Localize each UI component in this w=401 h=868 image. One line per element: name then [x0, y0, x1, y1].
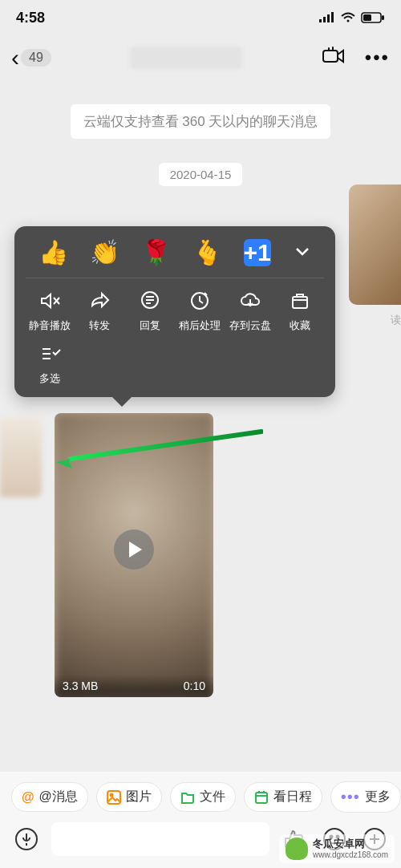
watermark-icon [286, 838, 308, 860]
svg-point-4 [347, 20, 350, 22]
signal-icon [319, 12, 335, 23]
svg-point-13 [110, 793, 112, 796]
svg-rect-14 [256, 793, 267, 803]
svg-rect-11 [293, 297, 307, 308]
ctx-forward[interactable]: 转发 [75, 290, 124, 333]
chip-mention[interactable]: @@消息 [11, 782, 88, 812]
chip-image[interactable]: 图片 [96, 782, 162, 812]
reaction-expand[interactable] [293, 241, 312, 265]
svg-rect-12 [107, 791, 120, 804]
voice-input-button[interactable] [11, 824, 42, 854]
back-count: 49 [21, 49, 51, 67]
message-context-menu: 👍 👏 🌹 🫰 +1 静音播放 [14, 226, 335, 397]
reaction-clap[interactable]: 👏 [90, 241, 119, 265]
back-button[interactable]: ‹ 49 [11, 46, 51, 70]
nav-bar: ‹ 49 ••• [0, 35, 401, 80]
system-notice: 云端仅支持查看 360 天以内的聊天消息 [71, 104, 331, 139]
status-time: 4:58 [16, 10, 45, 26]
status-bar: 4:58 [0, 0, 401, 35]
incoming-image-message[interactable] [349, 185, 401, 401]
reaction-thumbsup[interactable]: 👍 [38, 241, 68, 265]
message-input[interactable] [51, 822, 269, 856]
ctx-favorite[interactable]: 收藏 [276, 290, 324, 333]
ctx-multiselect[interactable]: 多选 [26, 343, 74, 386]
reaction-bar: 👍 👏 🌹 🫰 +1 [22, 239, 327, 278]
play-icon [114, 529, 154, 570]
chevron-left-icon: ‹ [11, 46, 19, 70]
ctx-reply[interactable]: 回复 [126, 290, 174, 333]
ctx-save-cloud[interactable]: 存到云盘 [226, 290, 274, 333]
date-separator: 2020-04-15 [159, 163, 243, 186]
reaction-heart-hand[interactable]: 🫰 [192, 241, 222, 265]
chip-calendar[interactable]: 看日程 [244, 782, 322, 812]
ctx-later[interactable]: 稍后处理 [176, 290, 224, 333]
incoming-image-thumb[interactable] [0, 417, 42, 497]
svg-rect-7 [382, 15, 384, 20]
video-call-button[interactable] [322, 47, 346, 69]
svg-rect-2 [327, 14, 330, 22]
svg-rect-6 [363, 14, 371, 21]
status-icons [319, 12, 385, 23]
read-status: 读 [391, 313, 401, 327]
battery-icon [361, 12, 385, 23]
video-message[interactable]: 3.3 MB 0:10 [55, 413, 213, 697]
svg-rect-0 [319, 19, 322, 22]
quick-chips: @@消息 图片 文件 看日程 •••更多 [0, 772, 401, 822]
chip-file[interactable]: 文件 [170, 782, 236, 812]
video-size: 3.3 MB [63, 679, 98, 692]
ctx-mute-play[interactable]: 静音播放 [26, 290, 74, 333]
reaction-plus-one[interactable]: +1 [244, 239, 271, 266]
more-button[interactable]: ••• [365, 48, 390, 67]
wifi-icon [340, 12, 356, 23]
watermark: 冬瓜安卓网 www.dgxcdz168.com [279, 834, 395, 863]
chat-area: 云端仅支持查看 360 天以内的聊天消息 2020-04-15 读 👍 👏 🌹 … [0, 80, 401, 772]
video-duration: 0:10 [184, 679, 205, 692]
chat-title [59, 47, 314, 69]
svg-rect-1 [323, 17, 326, 22]
reaction-flower[interactable]: 🌹 [141, 241, 171, 265]
svg-rect-8 [323, 51, 338, 62]
chip-more[interactable]: •••更多 [330, 781, 401, 813]
svg-rect-3 [331, 12, 334, 22]
